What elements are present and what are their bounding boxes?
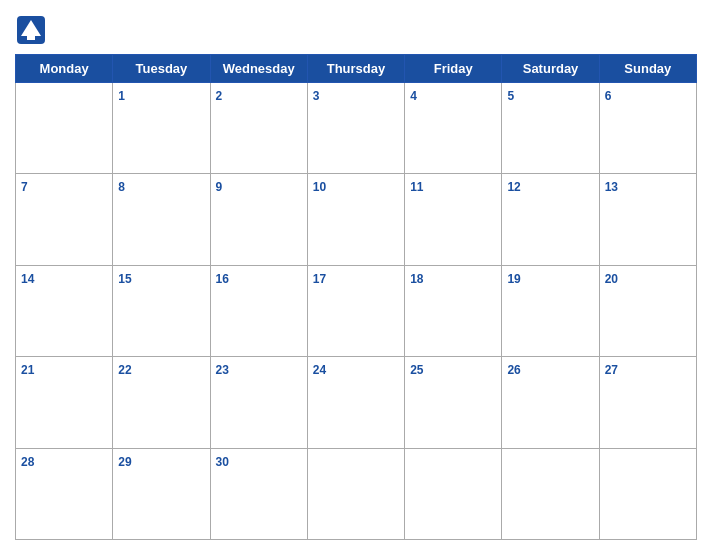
calendar-day: 18 (405, 265, 502, 356)
day-number: 24 (313, 363, 326, 377)
day-number: 13 (605, 180, 618, 194)
day-number: 18 (410, 272, 423, 286)
calendar-day: 3 (307, 83, 404, 174)
calendar-day: 24 (307, 357, 404, 448)
calendar-week-2: 78910111213 (16, 174, 697, 265)
weekday-friday: Friday (405, 55, 502, 83)
day-number: 20 (605, 272, 618, 286)
day-number: 7 (21, 180, 28, 194)
calendar-week-4: 21222324252627 (16, 357, 697, 448)
calendar-day: 2 (210, 83, 307, 174)
calendar-week-3: 14151617181920 (16, 265, 697, 356)
calendar-day: 22 (113, 357, 210, 448)
calendar-day: 15 (113, 265, 210, 356)
calendar-day: 11 (405, 174, 502, 265)
calendar-header (15, 10, 697, 50)
calendar-day: 13 (599, 174, 696, 265)
day-number: 17 (313, 272, 326, 286)
calendar-day: 10 (307, 174, 404, 265)
day-number: 14 (21, 272, 34, 286)
calendar-day: 28 (16, 448, 113, 539)
calendar-day (307, 448, 404, 539)
day-number: 6 (605, 89, 612, 103)
calendar-day: 5 (502, 83, 599, 174)
day-number: 3 (313, 89, 320, 103)
calendar-table: MondayTuesdayWednesdayThursdayFridaySatu… (15, 54, 697, 540)
day-number: 22 (118, 363, 131, 377)
calendar-day: 27 (599, 357, 696, 448)
day-number: 9 (216, 180, 223, 194)
calendar-day: 16 (210, 265, 307, 356)
day-number: 1 (118, 89, 125, 103)
day-number: 12 (507, 180, 520, 194)
calendar-day: 19 (502, 265, 599, 356)
calendar-day (502, 448, 599, 539)
weekday-header-row: MondayTuesdayWednesdayThursdayFridaySatu… (16, 55, 697, 83)
day-number: 16 (216, 272, 229, 286)
weekday-wednesday: Wednesday (210, 55, 307, 83)
day-number: 26 (507, 363, 520, 377)
day-number: 8 (118, 180, 125, 194)
svg-rect-2 (27, 32, 35, 40)
day-number: 19 (507, 272, 520, 286)
calendar-day: 8 (113, 174, 210, 265)
calendar-week-5: 282930 (16, 448, 697, 539)
weekday-monday: Monday (16, 55, 113, 83)
calendar-day: 29 (113, 448, 210, 539)
calendar-day: 25 (405, 357, 502, 448)
day-number: 5 (507, 89, 514, 103)
day-number: 30 (216, 455, 229, 469)
calendar-day: 30 (210, 448, 307, 539)
day-number: 27 (605, 363, 618, 377)
day-number: 4 (410, 89, 417, 103)
day-number: 28 (21, 455, 34, 469)
calendar-day: 1 (113, 83, 210, 174)
calendar-day (405, 448, 502, 539)
calendar-week-1: 123456 (16, 83, 697, 174)
calendar-day: 6 (599, 83, 696, 174)
calendar-day: 9 (210, 174, 307, 265)
calendar-day: 21 (16, 357, 113, 448)
calendar-day: 7 (16, 174, 113, 265)
day-number: 23 (216, 363, 229, 377)
logo-icon (15, 14, 47, 46)
weekday-sunday: Sunday (599, 55, 696, 83)
calendar-day (599, 448, 696, 539)
day-number: 2 (216, 89, 223, 103)
day-number: 11 (410, 180, 423, 194)
weekday-thursday: Thursday (307, 55, 404, 83)
day-number: 25 (410, 363, 423, 377)
calendar-day (16, 83, 113, 174)
day-number: 10 (313, 180, 326, 194)
weekday-saturday: Saturday (502, 55, 599, 83)
day-number: 29 (118, 455, 131, 469)
calendar-day: 17 (307, 265, 404, 356)
calendar-day: 23 (210, 357, 307, 448)
day-number: 21 (21, 363, 34, 377)
logo (15, 14, 51, 46)
calendar-day: 26 (502, 357, 599, 448)
day-number: 15 (118, 272, 131, 286)
calendar-day: 14 (16, 265, 113, 356)
calendar-day: 4 (405, 83, 502, 174)
weekday-tuesday: Tuesday (113, 55, 210, 83)
calendar-day: 12 (502, 174, 599, 265)
calendar-day: 20 (599, 265, 696, 356)
